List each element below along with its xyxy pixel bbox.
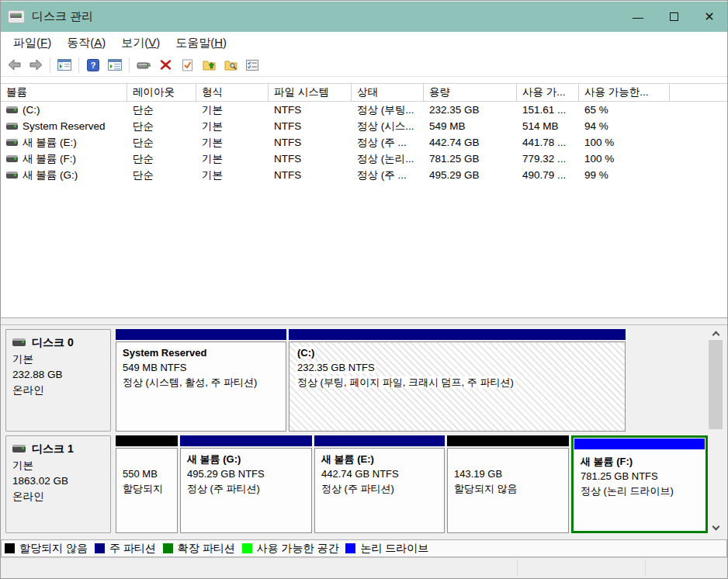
column-header-status[interactable]: 상태 xyxy=(352,84,424,101)
partition-system-reserved[interactable]: System Reserved 549 MB NTFS 정상 (시스템, 활성,… xyxy=(116,329,286,432)
unallocated-swatch xyxy=(5,543,15,553)
toolbar-separator xyxy=(50,57,50,73)
logical-drive-strip xyxy=(574,439,705,449)
window-title: 디스크 관리 xyxy=(32,9,93,24)
disk-1-info[interactable]: 디스크 1 기본 1863.02 GB 온라인 xyxy=(5,435,111,533)
action-pane-button[interactable] xyxy=(105,56,125,75)
console-tree-window-icon xyxy=(57,59,71,71)
status-divider xyxy=(517,560,518,577)
maximize-button[interactable] xyxy=(656,2,692,32)
primary-partition-strip xyxy=(116,329,286,340)
legend-bar: 할당되지 않음 주 파티션 확장 파티션 사용 가능한 공간 논리 드라이브 xyxy=(1,539,727,557)
title-bar: 디스크 관리 — ✕ xyxy=(1,1,727,32)
chevron-down-icon xyxy=(712,523,719,531)
menu-help[interactable]: 도움말H xyxy=(168,33,234,53)
disk-0-status: 온라인 xyxy=(12,383,104,398)
toolbar: ? xyxy=(1,54,727,77)
volume-row-g[interactable]: 새 볼륨 (G:) 단순 기본 NTFS 정상 (주 ... 495.29 GB… xyxy=(1,167,727,183)
folder-search-button[interactable] xyxy=(220,56,241,75)
folder-up-button[interactable] xyxy=(199,56,219,75)
primary-partition-strip xyxy=(289,329,626,340)
legend-unallocated: 할당되지 않음 xyxy=(5,542,88,556)
scroll-down-button[interactable] xyxy=(709,522,723,535)
check-document-icon xyxy=(182,59,193,71)
volume-row-f[interactable]: 새 볼륨 (F:) 단순 기본 NTFS 정상 (논리... 781.25 GB… xyxy=(1,151,727,167)
forward-button[interactable] xyxy=(26,56,46,75)
list-check-button[interactable] xyxy=(242,56,262,75)
partition-unallocated-550mb[interactable]: 550 MB 할당되지 xyxy=(116,435,178,533)
free-space-swatch xyxy=(242,543,252,553)
drive-icon xyxy=(6,106,18,113)
console-tree-button[interactable] xyxy=(54,56,75,75)
scroll-up-button[interactable] xyxy=(709,327,723,340)
partition-c[interactable]: (C:) 232.35 GB NTFS 정상 (부팅, 페이지 파일, 크래시 … xyxy=(289,329,626,432)
primary-partition-strip xyxy=(180,435,312,446)
menu-file[interactable]: 파일F xyxy=(5,33,59,53)
folder-search-icon xyxy=(224,59,237,71)
volume-list-pane: 볼륨 레이아웃 형식 파일 시스템 상태 용량 사용 가... 사용 가능한..… xyxy=(1,77,727,317)
disk-icon xyxy=(12,445,26,452)
column-header-layout[interactable]: 레이아웃 xyxy=(127,84,196,101)
disk-1-size: 1863.02 GB xyxy=(12,473,104,489)
column-header-filesystem[interactable]: 파일 시스템 xyxy=(269,84,352,101)
disk-drive-icon xyxy=(8,10,25,23)
legend-extended: 확장 파티션 xyxy=(163,542,235,556)
menu-action[interactable]: 동작A xyxy=(59,33,113,53)
column-header-free-pct[interactable]: 사용 가능한... xyxy=(579,84,670,101)
legend-free-space: 사용 가능한 공간 xyxy=(242,542,339,556)
volume-list-header: 볼륨 레이아웃 형식 파일 시스템 상태 용량 사용 가... 사용 가능한..… xyxy=(1,83,727,102)
help-icon: ? xyxy=(87,59,99,71)
drive-icon xyxy=(6,172,18,179)
column-header-type[interactable]: 형식 xyxy=(196,84,269,101)
volume-row-system-reserved[interactable]: System Reserved 단순 기본 NTFS 정상 (시스... 549… xyxy=(1,118,727,134)
disk-1-status: 온라인 xyxy=(12,489,104,504)
volume-row-e[interactable]: 새 볼륨 (E:) 단순 기본 NTFS 정상 (주 ... 442.74 GB… xyxy=(1,134,727,151)
graphical-view-pane: 디스크 0 기본 232.88 GB 온라인 System Reserved 5… xyxy=(1,325,727,539)
svg-text:?: ? xyxy=(91,61,96,70)
disk-0-type: 기본 xyxy=(12,352,104,367)
drive-icon xyxy=(6,139,18,146)
vertical-scrollbar[interactable] xyxy=(709,327,723,535)
back-button[interactable] xyxy=(4,56,24,75)
drive-icon xyxy=(6,123,18,130)
maximize-icon xyxy=(670,12,678,21)
partition-g[interactable]: 새 볼륨 (G:) 495.29 GB NTFS 정상 (주 파티션) xyxy=(180,435,312,533)
menu-bar: 파일F 동작A 보기V 도움말H xyxy=(1,32,727,54)
status-divider xyxy=(645,560,646,577)
back-arrow-icon xyxy=(8,59,21,71)
action-pane-window-icon xyxy=(108,59,122,71)
column-header-capacity[interactable]: 용량 xyxy=(424,84,517,101)
primary-partition-strip xyxy=(314,435,445,446)
disk-management-window: 디스크 관리 — ✕ 파일F 동작A 보기V 도움말H ? xyxy=(0,0,728,579)
commit-button[interactable] xyxy=(177,56,197,75)
primary-partition-swatch xyxy=(95,543,105,553)
partition-f-selected[interactable]: 새 볼륨 (F:) 781.25 GB NTFS 정상 (논리 드라이브) xyxy=(571,435,708,533)
scrollbar-thumb[interactable] xyxy=(709,340,723,429)
status-bar xyxy=(1,557,727,578)
column-header-volume[interactable]: 볼륨 xyxy=(1,84,127,101)
help-button[interactable]: ? xyxy=(83,56,103,75)
legend-logical-drive: 논리 드라이브 xyxy=(345,542,428,556)
legend-primary: 주 파티션 xyxy=(95,542,156,556)
list-check-icon xyxy=(246,60,258,71)
disk-1-block: 디스크 1 기본 1863.02 GB 온라인 550 MB 할당되지 새 볼륨… xyxy=(5,435,727,533)
extended-partition-swatch xyxy=(163,543,173,553)
toolbar-separator xyxy=(78,57,79,73)
folder-up-icon xyxy=(203,59,216,71)
chevron-up-icon xyxy=(712,331,719,339)
delete-button[interactable] xyxy=(155,56,175,75)
disk-1-type: 기본 xyxy=(12,458,104,473)
logical-drive-swatch xyxy=(345,543,355,553)
menu-view[interactable]: 보기V xyxy=(113,33,168,53)
pane-splitter[interactable] xyxy=(1,317,727,325)
disk-0-info[interactable]: 디스크 0 기본 232.88 GB 온라인 xyxy=(5,329,111,432)
column-header-free[interactable]: 사용 가... xyxy=(517,84,579,101)
disk-icon xyxy=(12,338,26,346)
drive-popup-icon xyxy=(137,60,151,70)
minimize-button[interactable]: — xyxy=(620,2,656,32)
close-button[interactable]: ✕ xyxy=(692,2,727,32)
drive-popup-button[interactable] xyxy=(133,56,154,75)
partition-e[interactable]: 새 볼륨 (E:) 442.74 GB NTFS 정상 (주 파티션) xyxy=(314,435,445,533)
volume-row-c[interactable]: (C:) 단순 기본 NTFS 정상 (부팅... 232.35 GB 151.… xyxy=(1,102,727,118)
partition-unallocated-143gb[interactable]: 143.19 GB 할당되지 않음 xyxy=(447,435,569,533)
